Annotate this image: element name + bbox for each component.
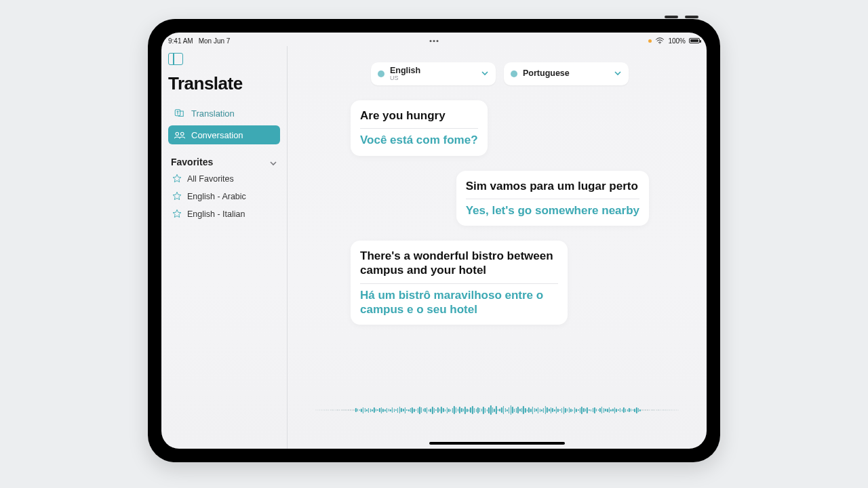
microphone-waveform[interactable]	[315, 405, 679, 415]
favorite-item[interactable]: English - Arabic	[168, 188, 280, 205]
favorite-item[interactable]: English - Italian	[168, 205, 280, 223]
star-outline-icon	[172, 209, 182, 220]
battery-icon	[689, 38, 700, 43]
divider	[360, 128, 478, 129]
app: Translate Translation Conversation	[161, 46, 707, 449]
favorite-label: All Favorites	[187, 174, 234, 184]
conversation-bubble[interactable]: Sim vamos para um lugar perto Yes, let's…	[456, 171, 649, 226]
sidebar: Translate Translation Conversation	[161, 46, 288, 449]
target-language-select[interactable]: Portuguese	[504, 62, 629, 85]
chevron-down-icon	[614, 68, 622, 80]
main: English US Portuguese	[288, 46, 707, 449]
screen: 9:41 AM Mon Jun 7 100% Translate	[161, 33, 707, 449]
star-outline-icon	[172, 191, 182, 203]
favorites-label: Favorites	[171, 157, 213, 167]
svg-point-3	[181, 132, 184, 136]
device-button	[685, 16, 698, 18]
status-date: Mon Jun 7	[199, 37, 231, 45]
bubble-target-text: Yes, let's go somewhere nearby	[466, 203, 639, 218]
stage: 9:41 AM Mon Jun 7 100% Translate	[0, 0, 868, 488]
home-indicator[interactable]	[429, 442, 565, 445]
status-bar: 9:41 AM Mon Jun 7 100%	[161, 33, 707, 46]
conversation-bubble[interactable]: Are you hungry Você está com fome?	[351, 100, 488, 156]
favorites-header[interactable]: Favorites	[168, 152, 280, 170]
language-indicator-icon	[378, 70, 384, 77]
sidebar-item-conversation[interactable]: Conversation	[168, 125, 280, 144]
favorite-label: English - Arabic	[187, 192, 246, 201]
chevron-down-icon	[269, 158, 277, 166]
favorite-item[interactable]: All Favorites	[168, 170, 280, 188]
bubble-source-text: Are you hungry	[360, 108, 478, 123]
svg-marker-4	[173, 174, 181, 182]
wifi-icon	[655, 37, 665, 44]
device-button	[665, 16, 678, 18]
sidebar-toggle-icon[interactable]	[168, 53, 183, 65]
divider	[466, 199, 639, 199]
favorites-list: All Favorites English - Arabic English -…	[168, 170, 280, 223]
chevron-down-icon	[481, 68, 489, 80]
translation-icon	[174, 108, 186, 118]
svg-point-2	[176, 132, 179, 136]
app-title: Translate	[168, 73, 280, 94]
status-time: 9:41 AM	[168, 37, 193, 45]
source-language-name: English	[390, 66, 420, 75]
bubble-source-text: Sim vamos para um lugar perto	[466, 179, 639, 193]
divider	[360, 283, 558, 284]
bubble-target-text: Você está com fome?	[360, 133, 478, 147]
bubble-source-text: There's a wonderful bistro between campu…	[360, 249, 558, 278]
sidebar-item-label: Conversation	[191, 130, 243, 140]
battery-percent: 100%	[668, 37, 686, 45]
bubble-target-text: Há um bistrô maravilhoso entre o campus …	[360, 288, 558, 317]
device-frame: 9:41 AM Mon Jun 7 100% Translate	[148, 19, 720, 462]
target-language-name: Portuguese	[523, 69, 570, 78]
conversation-list: Are you hungry Você está com fome? Sim v…	[351, 100, 649, 325]
recording-indicator-icon	[648, 39, 652, 43]
multitasking-dots-icon[interactable]	[430, 40, 439, 42]
source-language-sub: US	[390, 75, 420, 81]
sidebar-item-label: Translation	[191, 108, 235, 119]
favorite-label: English - Italian	[187, 209, 245, 219]
source-language-select[interactable]: English US	[371, 62, 496, 85]
language-selector-row: English US Portuguese	[371, 62, 629, 85]
star-outline-icon	[172, 174, 182, 185]
sidebar-item-translation[interactable]: Translation	[168, 104, 280, 123]
conversation-bubble[interactable]: There's a wonderful bistro between campu…	[351, 241, 568, 325]
svg-marker-6	[173, 209, 181, 217]
svg-point-0	[660, 43, 660, 43]
svg-marker-5	[173, 192, 181, 199]
conversation-icon	[174, 130, 186, 140]
language-indicator-icon	[511, 70, 517, 77]
